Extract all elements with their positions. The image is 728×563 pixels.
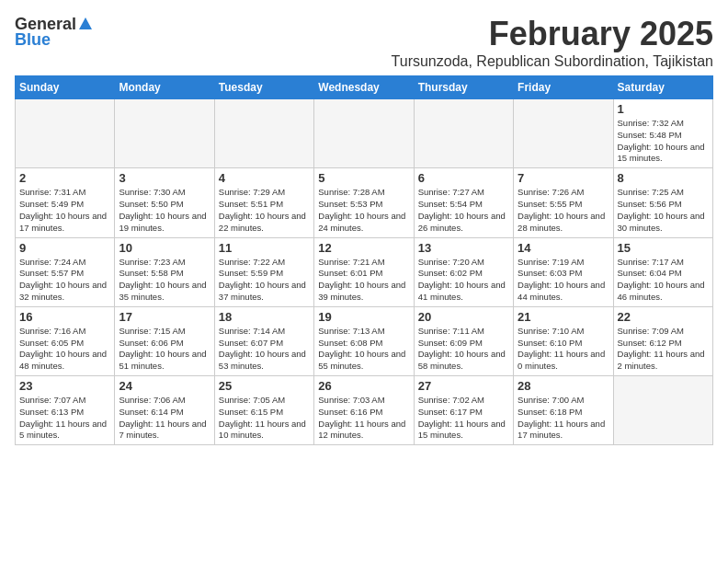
calendar-day-cell: 4Sunrise: 7:29 AM Sunset: 5:51 PM Daylig… xyxy=(214,168,313,237)
day-number: 23 xyxy=(19,379,110,393)
day-number: 24 xyxy=(119,379,210,393)
weekday-header: Tuesday xyxy=(214,76,313,99)
day-info: Sunrise: 7:09 AM Sunset: 6:12 PM Dayligh… xyxy=(618,326,709,373)
calendar-day-cell: 25Sunrise: 7:05 AM Sunset: 6:15 PM Dayli… xyxy=(214,376,313,445)
day-number: 3 xyxy=(119,171,210,185)
day-number: 19 xyxy=(318,310,409,324)
day-number: 22 xyxy=(618,310,709,324)
day-info: Sunrise: 7:30 AM Sunset: 5:50 PM Dayligh… xyxy=(119,187,210,234)
day-info: Sunrise: 7:19 AM Sunset: 6:03 PM Dayligh… xyxy=(518,257,609,304)
calendar-day-cell: 8Sunrise: 7:25 AM Sunset: 5:56 PM Daylig… xyxy=(613,168,712,237)
weekday-header-row: SundayMondayTuesdayWednesdayThursdayFrid… xyxy=(16,76,713,99)
day-number: 4 xyxy=(219,171,310,185)
day-info: Sunrise: 7:25 AM Sunset: 5:56 PM Dayligh… xyxy=(618,187,709,234)
calendar-day-cell: 13Sunrise: 7:20 AM Sunset: 6:02 PM Dayli… xyxy=(414,237,513,306)
calendar-day-cell xyxy=(214,99,313,168)
calendar-day-cell xyxy=(414,99,513,168)
calendar-day-cell: 7Sunrise: 7:26 AM Sunset: 5:55 PM Daylig… xyxy=(514,168,613,237)
day-info: Sunrise: 7:03 AM Sunset: 6:16 PM Dayligh… xyxy=(318,395,409,442)
day-info: Sunrise: 7:10 AM Sunset: 6:10 PM Dayligh… xyxy=(518,326,609,373)
day-info: Sunrise: 7:14 AM Sunset: 6:07 PM Dayligh… xyxy=(219,326,310,373)
day-number: 13 xyxy=(418,241,509,255)
weekday-header: Thursday xyxy=(414,76,513,99)
day-number: 9 xyxy=(19,241,110,255)
weekday-header: Monday xyxy=(115,76,214,99)
day-number: 11 xyxy=(219,241,310,255)
calendar-day-cell: 18Sunrise: 7:14 AM Sunset: 6:07 PM Dayli… xyxy=(214,306,313,375)
day-number: 2 xyxy=(19,171,110,185)
day-number: 18 xyxy=(219,310,310,324)
day-number: 14 xyxy=(518,241,609,255)
calendar-day-cell: 10Sunrise: 7:23 AM Sunset: 5:58 PM Dayli… xyxy=(115,237,214,306)
day-number: 5 xyxy=(318,171,409,185)
calendar-day-cell: 26Sunrise: 7:03 AM Sunset: 6:16 PM Dayli… xyxy=(314,376,414,445)
calendar-day-cell: 14Sunrise: 7:19 AM Sunset: 6:03 PM Dayli… xyxy=(514,237,613,306)
day-info: Sunrise: 7:06 AM Sunset: 6:14 PM Dayligh… xyxy=(119,395,210,442)
day-info: Sunrise: 7:21 AM Sunset: 6:01 PM Dayligh… xyxy=(318,257,409,304)
calendar-week-row: 23Sunrise: 7:07 AM Sunset: 6:13 PM Dayli… xyxy=(16,376,713,445)
page-header: General Blue February 2025 Tursunzoda, R… xyxy=(15,15,713,70)
day-number: 27 xyxy=(418,379,509,393)
day-info: Sunrise: 7:15 AM Sunset: 6:06 PM Dayligh… xyxy=(119,326,210,373)
calendar-week-row: 2Sunrise: 7:31 AM Sunset: 5:49 PM Daylig… xyxy=(16,168,713,237)
day-number: 25 xyxy=(219,379,310,393)
calendar-day-cell: 12Sunrise: 7:21 AM Sunset: 6:01 PM Dayli… xyxy=(314,237,414,306)
day-info: Sunrise: 7:17 AM Sunset: 6:04 PM Dayligh… xyxy=(618,257,709,304)
day-number: 26 xyxy=(318,379,409,393)
weekday-header: Sunday xyxy=(16,76,115,99)
day-number: 21 xyxy=(518,310,609,324)
location-title: Tursunzoda, Republican Subordination, Ta… xyxy=(392,53,713,70)
calendar-day-cell xyxy=(314,99,414,168)
day-number: 6 xyxy=(418,171,509,185)
day-info: Sunrise: 7:00 AM Sunset: 6:18 PM Dayligh… xyxy=(518,395,609,442)
logo: General Blue xyxy=(15,15,92,50)
title-block: February 2025 Tursunzoda, Republican Sub… xyxy=(392,15,713,70)
calendar-day-cell: 1Sunrise: 7:32 AM Sunset: 5:48 PM Daylig… xyxy=(613,99,712,168)
day-info: Sunrise: 7:26 AM Sunset: 5:55 PM Dayligh… xyxy=(518,187,609,234)
day-number: 7 xyxy=(518,171,609,185)
day-number: 28 xyxy=(518,379,609,393)
day-number: 16 xyxy=(19,310,110,324)
calendar-day-cell: 2Sunrise: 7:31 AM Sunset: 5:49 PM Daylig… xyxy=(16,168,115,237)
calendar-day-cell: 3Sunrise: 7:30 AM Sunset: 5:50 PM Daylig… xyxy=(115,168,214,237)
logo-triangle-icon xyxy=(79,17,92,29)
calendar-day-cell: 11Sunrise: 7:22 AM Sunset: 5:59 PM Dayli… xyxy=(214,237,313,306)
day-info: Sunrise: 7:27 AM Sunset: 5:54 PM Dayligh… xyxy=(418,187,509,234)
day-number: 20 xyxy=(418,310,509,324)
day-number: 17 xyxy=(119,310,210,324)
day-info: Sunrise: 7:02 AM Sunset: 6:17 PM Dayligh… xyxy=(418,395,509,442)
calendar-day-cell: 15Sunrise: 7:17 AM Sunset: 6:04 PM Dayli… xyxy=(613,237,712,306)
calendar-day-cell xyxy=(613,376,712,445)
calendar-day-cell xyxy=(514,99,613,168)
day-number: 12 xyxy=(318,241,409,255)
month-title: February 2025 xyxy=(392,15,713,53)
weekday-header: Friday xyxy=(514,76,613,99)
day-info: Sunrise: 7:24 AM Sunset: 5:57 PM Dayligh… xyxy=(19,257,110,304)
day-info: Sunrise: 7:22 AM Sunset: 5:59 PM Dayligh… xyxy=(219,257,310,304)
calendar-day-cell: 17Sunrise: 7:15 AM Sunset: 6:06 PM Dayli… xyxy=(115,306,214,375)
day-info: Sunrise: 7:16 AM Sunset: 6:05 PM Dayligh… xyxy=(19,326,110,373)
calendar-day-cell: 21Sunrise: 7:10 AM Sunset: 6:10 PM Dayli… xyxy=(514,306,613,375)
day-number: 10 xyxy=(119,241,210,255)
day-info: Sunrise: 7:07 AM Sunset: 6:13 PM Dayligh… xyxy=(19,395,110,442)
day-number: 8 xyxy=(618,171,709,185)
logo-blue-text: Blue xyxy=(15,30,51,50)
day-info: Sunrise: 7:28 AM Sunset: 5:53 PM Dayligh… xyxy=(318,187,409,234)
calendar-day-cell: 16Sunrise: 7:16 AM Sunset: 6:05 PM Dayli… xyxy=(16,306,115,375)
day-number: 15 xyxy=(618,241,709,255)
calendar-day-cell: 6Sunrise: 7:27 AM Sunset: 5:54 PM Daylig… xyxy=(414,168,513,237)
day-info: Sunrise: 7:20 AM Sunset: 6:02 PM Dayligh… xyxy=(418,257,509,304)
calendar-week-row: 16Sunrise: 7:16 AM Sunset: 6:05 PM Dayli… xyxy=(16,306,713,375)
calendar-day-cell: 9Sunrise: 7:24 AM Sunset: 5:57 PM Daylig… xyxy=(16,237,115,306)
day-info: Sunrise: 7:13 AM Sunset: 6:08 PM Dayligh… xyxy=(318,326,409,373)
calendar-day-cell: 27Sunrise: 7:02 AM Sunset: 6:17 PM Dayli… xyxy=(414,376,513,445)
day-number: 1 xyxy=(618,102,709,116)
calendar-day-cell xyxy=(16,99,115,168)
day-info: Sunrise: 7:32 AM Sunset: 5:48 PM Dayligh… xyxy=(618,118,709,165)
calendar-day-cell: 5Sunrise: 7:28 AM Sunset: 5:53 PM Daylig… xyxy=(314,168,414,237)
calendar-day-cell: 19Sunrise: 7:13 AM Sunset: 6:08 PM Dayli… xyxy=(314,306,414,375)
calendar-day-cell: 22Sunrise: 7:09 AM Sunset: 6:12 PM Dayli… xyxy=(613,306,712,375)
calendar-day-cell: 24Sunrise: 7:06 AM Sunset: 6:14 PM Dayli… xyxy=(115,376,214,445)
weekday-header: Saturday xyxy=(613,76,712,99)
calendar-week-row: 9Sunrise: 7:24 AM Sunset: 5:57 PM Daylig… xyxy=(16,237,713,306)
